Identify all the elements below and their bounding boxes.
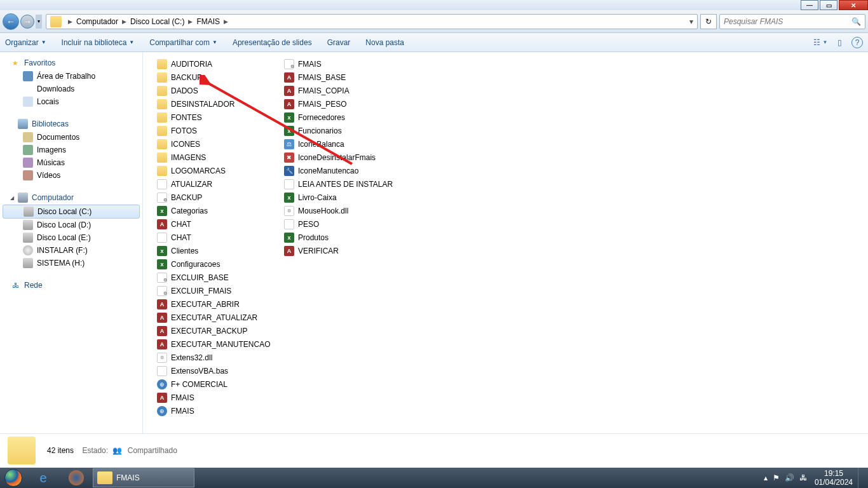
file-item[interactable]: 🔧IconeManutencao bbox=[284, 164, 411, 177]
sidebar-item[interactable]: Área de Trabalho bbox=[0, 70, 142, 83]
sidebar-item[interactable]: Disco Local (C:) bbox=[3, 205, 140, 219]
file-item[interactable]: EXCLUIR_BASE bbox=[157, 271, 284, 284]
file-item[interactable]: xFuncionarios bbox=[284, 124, 411, 137]
close-button[interactable]: ✕ bbox=[839, 0, 868, 10]
file-item[interactable]: PESO bbox=[284, 217, 411, 231]
forward-button[interactable]: → bbox=[20, 15, 34, 29]
file-name: IconeDesinstalarFmais bbox=[298, 153, 376, 162]
file-item[interactable]: DESINSTALADOR bbox=[157, 97, 284, 111]
file-item[interactable]: DADOS bbox=[157, 84, 284, 97]
file-item[interactable]: xProdutos bbox=[284, 231, 411, 244]
sidebar-item[interactable]: Imagens bbox=[0, 144, 142, 156]
file-item[interactable]: LOGOMARCAS bbox=[157, 164, 284, 177]
minimize-button[interactable]: — bbox=[801, 0, 818, 10]
sidebar-item[interactable]: Locais bbox=[0, 95, 142, 108]
sidebar-item[interactable]: Disco Local (E:) bbox=[0, 231, 142, 244]
sidebar-item[interactable]: SISTEMA (H:) bbox=[0, 257, 142, 269]
file-item[interactable]: xFornecedores bbox=[284, 111, 411, 124]
file-item[interactable]: AFMAIS_COPIA bbox=[284, 84, 411, 97]
help-button[interactable]: ? bbox=[851, 37, 863, 48]
clock[interactable]: 19:1501/04/2024 bbox=[815, 469, 853, 487]
view-options-button[interactable]: ☷▼ bbox=[813, 37, 827, 48]
file-item[interactable]: AEXECUTAR_ABRIR bbox=[157, 297, 284, 311]
action-center-icon[interactable]: ⚑ bbox=[773, 473, 780, 482]
sidebar-item[interactable]: Músicas bbox=[0, 156, 142, 169]
breadcrumb[interactable]: ▶ Computador ▶ Disco Local (C:) ▶ FMAIS … bbox=[46, 14, 698, 29]
file-item[interactable]: AEXECUTAR_BACKUP bbox=[157, 324, 284, 337]
file-item[interactable]: ExtensoVBA.bas bbox=[157, 364, 284, 377]
new-folder-button[interactable]: Nova pasta bbox=[365, 38, 404, 47]
sidebar-item[interactable]: Downloads bbox=[0, 83, 142, 95]
favorites-group[interactable]: ★Favoritos bbox=[0, 56, 142, 70]
organize-menu[interactable]: Organizar▼ bbox=[5, 38, 46, 47]
slideshow-button[interactable]: Apresentação de slides bbox=[233, 38, 312, 47]
file-icon bbox=[284, 219, 294, 229]
sidebar-item[interactable]: Documentos bbox=[0, 131, 142, 144]
refresh-button[interactable]: ↻ bbox=[700, 14, 717, 29]
network-group[interactable]: 🖧Rede bbox=[0, 278, 142, 292]
file-item[interactable]: LEIA ANTES DE INSTALAR bbox=[284, 177, 411, 191]
breadcrumb-item[interactable]: Computador bbox=[76, 17, 118, 26]
file-item[interactable]: AUDITORIA bbox=[157, 57, 284, 71]
file-item[interactable]: AVERIFICAR bbox=[284, 244, 411, 257]
sidebar-item[interactable]: Vídeos bbox=[0, 169, 142, 182]
file-item[interactable]: EXCLUIR_FMAIS bbox=[157, 284, 284, 297]
file-item[interactable]: Extens32.dll bbox=[157, 351, 284, 364]
file-item[interactable]: CHAT bbox=[157, 231, 284, 244]
file-item[interactable]: ✖IconeDesinstalarFmais bbox=[284, 151, 411, 164]
file-item[interactable]: ⊕F+ COMERCIAL bbox=[157, 377, 284, 391]
taskbar-ie[interactable]: e bbox=[27, 468, 60, 487]
file-item[interactable]: FMAIS bbox=[284, 57, 411, 71]
sidebar-item[interactable]: Disco Local (D:) bbox=[0, 219, 142, 231]
search-box[interactable]: 🔍 bbox=[719, 14, 865, 29]
share-menu[interactable]: Compartilhar com▼ bbox=[149, 38, 217, 47]
file-item[interactable]: AEXECUTAR_MANUTENCAO bbox=[157, 337, 284, 351]
computer-group[interactable]: ◢Computador bbox=[0, 191, 142, 205]
sidebar-item[interactable]: INSTALAR (F:) bbox=[0, 244, 142, 257]
file-item[interactable]: ⊕FMAIS bbox=[157, 404, 284, 417]
file-icon bbox=[284, 206, 294, 216]
show-desktop-button[interactable] bbox=[858, 468, 865, 488]
burn-button[interactable]: Gravar bbox=[327, 38, 351, 47]
file-item[interactable]: IMAGENS bbox=[157, 151, 284, 164]
start-button[interactable] bbox=[0, 468, 27, 488]
file-item[interactable]: AFMAIS_PESO bbox=[284, 97, 411, 111]
network-tray-icon[interactable]: 🖧 bbox=[799, 473, 807, 482]
file-item[interactable]: ICONES bbox=[157, 137, 284, 151]
breadcrumb-item[interactable]: FMAIS bbox=[196, 17, 220, 26]
file-item[interactable]: ⚖IconeBalanca bbox=[284, 137, 411, 151]
breadcrumb-dropdown[interactable]: ▾ bbox=[689, 17, 696, 26]
include-library-menu[interactable]: Incluir na biblioteca▼ bbox=[62, 38, 135, 47]
preview-pane-button[interactable]: ▯ bbox=[832, 37, 846, 48]
search-input[interactable] bbox=[724, 17, 851, 26]
file-item[interactable]: xLivro-Caixa bbox=[284, 191, 411, 204]
file-name: PESO bbox=[298, 220, 319, 229]
maximize-button[interactable]: ▭ bbox=[820, 0, 837, 10]
file-item[interactable]: AFMAIS bbox=[157, 391, 284, 404]
file-item[interactable]: xCategorias bbox=[157, 204, 284, 217]
file-item[interactable]: xClientes bbox=[157, 244, 284, 257]
file-item[interactable]: ATUALIZAR bbox=[157, 177, 284, 191]
file-item[interactable]: xConfiguracoes bbox=[157, 257, 284, 271]
back-button[interactable]: ← bbox=[3, 13, 19, 30]
navigation-bar: ← → ▾ ▶ Computador ▶ Disco Local (C:) ▶ … bbox=[0, 10, 868, 33]
system-tray: ▴ ⚑ 🔊 🖧 19:1501/04/2024 bbox=[761, 468, 868, 488]
file-item[interactable]: BACKUP bbox=[157, 71, 284, 84]
breadcrumb-item[interactable]: Disco Local (C:) bbox=[130, 17, 184, 26]
file-item[interactable]: BACKUP bbox=[157, 191, 284, 204]
file-item[interactable]: ACHAT bbox=[157, 217, 284, 231]
history-dropdown[interactable]: ▾ bbox=[36, 15, 42, 29]
file-item[interactable]: FONTES bbox=[157, 111, 284, 124]
file-icon: x bbox=[284, 126, 294, 136]
volume-icon[interactable]: 🔊 bbox=[785, 473, 794, 482]
windows-orb-icon bbox=[4, 469, 22, 487]
tray-overflow-button[interactable]: ▴ bbox=[764, 473, 768, 482]
file-item[interactable]: AEXECUTAR_ATUALIZAR bbox=[157, 311, 284, 324]
search-icon[interactable]: 🔍 bbox=[851, 17, 861, 26]
file-item[interactable]: AFMAIS_BASE bbox=[284, 71, 411, 84]
file-item[interactable]: FOTOS bbox=[157, 124, 284, 137]
file-item[interactable]: MouseHook.dll bbox=[284, 204, 411, 217]
libraries-group[interactable]: Bibliotecas bbox=[0, 117, 142, 131]
taskbar-explorer[interactable]: FMAIS bbox=[93, 468, 194, 487]
taskbar-firefox[interactable] bbox=[60, 468, 93, 487]
